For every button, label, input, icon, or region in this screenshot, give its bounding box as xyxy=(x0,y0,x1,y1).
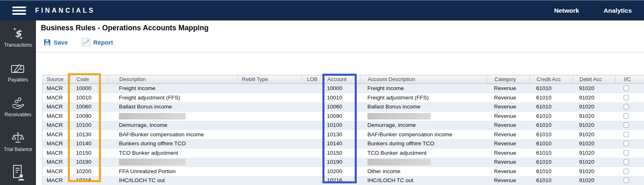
sidebar-item-label: Transactions xyxy=(4,43,32,48)
cell-account: 10100 xyxy=(323,121,360,130)
table-row[interactable]: MACR10200FFA Unrealized Portion10200Othe… xyxy=(42,167,644,176)
cell-lob xyxy=(302,121,323,130)
cell-lob xyxy=(302,93,323,103)
cell-ic xyxy=(615,149,644,158)
cell-credit-acc: 61010 xyxy=(530,167,572,176)
cell-debit-acc: 91020 xyxy=(572,102,615,112)
column-header-lob[interactable]: LOB xyxy=(302,75,323,83)
table-row[interactable]: MACR10216IHC/ILOCH TC out10216IHC/ILOCH … xyxy=(42,176,644,185)
column-header-category[interactable]: Category xyxy=(487,75,530,83)
cell-ic xyxy=(615,139,644,149)
column-header-credit-acc[interactable]: Credit Acc xyxy=(530,75,572,83)
table-row[interactable]: MACR10100Demurrage, income10100Demurrage… xyxy=(42,121,644,130)
sidebar-item-payables[interactable]: Payables xyxy=(0,62,36,83)
cell-lob xyxy=(302,176,323,185)
cell-account-description xyxy=(360,158,487,167)
cell-category: Revenue xyxy=(487,149,530,158)
sidebar-item-label: Payables xyxy=(8,77,28,83)
cell-category: Revenue xyxy=(487,102,530,112)
cell-debit-acc: 91020 xyxy=(572,93,615,103)
ic-checkbox[interactable] xyxy=(624,169,629,174)
cell-account-description: Freight income xyxy=(360,84,487,93)
cell-account: 10140 xyxy=(323,139,360,149)
cell-source: MACR xyxy=(42,130,70,140)
table-row[interactable]: MACR10000Freight income10000Freight inco… xyxy=(42,84,644,93)
cell-source: MACR xyxy=(42,139,70,149)
cell-debit-acc: 91020 xyxy=(572,149,615,158)
cell-description: TCO Bunker adjustment xyxy=(107,149,237,158)
column-header-i-c[interactable]: I/C xyxy=(615,75,644,83)
cell-ic xyxy=(615,158,644,167)
cell-source: MACR xyxy=(42,176,70,185)
ic-checkbox[interactable] xyxy=(624,132,629,137)
cell-credit-acc: 61010 xyxy=(530,121,572,130)
table-row[interactable]: MACR10130BAF/Bunker compensation income1… xyxy=(42,130,644,140)
ic-checkbox[interactable] xyxy=(624,150,629,156)
cell-category: Revenue xyxy=(487,167,530,176)
cell-credit-acc: 61010 xyxy=(530,84,572,93)
cell-rebill-type xyxy=(237,176,302,185)
table-row[interactable]: MACR1009010090Revenue6101091020 xyxy=(42,112,644,121)
cell-rebill-type xyxy=(237,158,302,167)
column-header-account[interactable]: Account xyxy=(323,75,360,83)
cell-account-description: TCO Bunker adjustment xyxy=(360,149,487,158)
cell-credit-acc: 61010 xyxy=(530,130,572,140)
toolbar: Save Report xyxy=(44,38,113,46)
save-floppy-icon xyxy=(44,39,51,46)
hand-coins-icon xyxy=(11,97,25,110)
cell-code: 10090 xyxy=(70,112,107,121)
sidebar: $ Transactions Payables Receivables xyxy=(0,20,36,185)
hamburger-menu-icon[interactable] xyxy=(12,5,26,16)
ic-checkbox[interactable] xyxy=(624,178,629,183)
column-header-code[interactable]: Code xyxy=(70,75,107,83)
cell-code: 10150 xyxy=(70,149,107,158)
svg-text:$: $ xyxy=(15,28,22,39)
cell-account: 10150 xyxy=(323,149,360,158)
cell-account: 10190 xyxy=(323,158,360,167)
table-row[interactable]: MACR10140Bunkers during offhire TCO10140… xyxy=(42,139,644,149)
nav-link-network[interactable]: Network xyxy=(554,7,579,14)
column-header-source[interactable]: Source xyxy=(42,75,70,83)
nav-link-analytics[interactable]: Analytics xyxy=(604,7,632,14)
cell-description: Ballast Bonus income xyxy=(107,102,237,112)
sidebar-item-trial-balance[interactable]: Trial Balance xyxy=(0,131,36,152)
ic-checkbox[interactable] xyxy=(624,95,629,100)
cell-account-description: Demurrage, income xyxy=(360,121,487,130)
ic-checkbox[interactable] xyxy=(624,159,629,165)
toolbar-divider xyxy=(36,52,644,52)
cell-credit-acc: 61010 xyxy=(530,102,572,112)
accounts-mapping-table: SourceCodeDescriptionRebill TypeLOBAccou… xyxy=(42,75,644,185)
sidebar-item-partial[interactable] xyxy=(0,166,36,182)
cell-account: 10010 xyxy=(323,93,360,103)
ic-checkbox[interactable] xyxy=(624,113,629,119)
cell-code: 10010 xyxy=(70,93,107,103)
cell-debit-acc: 91020 xyxy=(572,167,615,176)
cell-description: Freight adjustment (FFS) xyxy=(107,93,237,103)
cell-ic xyxy=(615,130,644,140)
column-header-account-description[interactable]: Account Description xyxy=(360,75,487,83)
table-body: MACR10000Freight income10000Freight inco… xyxy=(42,84,644,185)
sidebar-item-receivables[interactable]: Receivables xyxy=(0,97,36,117)
sidebar-item-transactions[interactable]: $ Transactions xyxy=(0,27,36,48)
column-header-rebill-type[interactable]: Rebill Type xyxy=(237,75,302,83)
save-button[interactable]: Save xyxy=(44,39,68,46)
table-row[interactable]: MACR10010Freight adjustment (FFS)10010Fr… xyxy=(42,93,644,103)
ic-checkbox[interactable] xyxy=(624,122,629,128)
cell-description: BAF/Bunker compensation income xyxy=(107,130,237,140)
table-row[interactable]: MACR1019010190Revenue6101091020 xyxy=(42,158,644,167)
column-header-description[interactable]: Description xyxy=(107,75,237,83)
cell-rebill-type xyxy=(237,121,302,130)
cell-code: 10216 xyxy=(70,176,107,185)
table-row[interactable]: MACR10150TCO Bunker adjustment10150TCO B… xyxy=(42,149,644,158)
ic-checkbox[interactable] xyxy=(624,141,629,146)
cell-code: 10200 xyxy=(70,167,107,176)
cell-credit-acc: 61010 xyxy=(530,139,572,149)
ic-checkbox[interactable] xyxy=(624,86,629,91)
column-header-debit-acc[interactable]: Debit Acc xyxy=(572,75,615,83)
report-button[interactable]: Report xyxy=(82,38,113,46)
cell-lob xyxy=(302,102,323,112)
cell-ic xyxy=(615,121,644,130)
document-person-icon xyxy=(11,166,25,179)
ic-checkbox[interactable] xyxy=(624,104,629,109)
table-row[interactable]: MACR10060Ballast Bonus income10060Ballas… xyxy=(42,102,644,112)
